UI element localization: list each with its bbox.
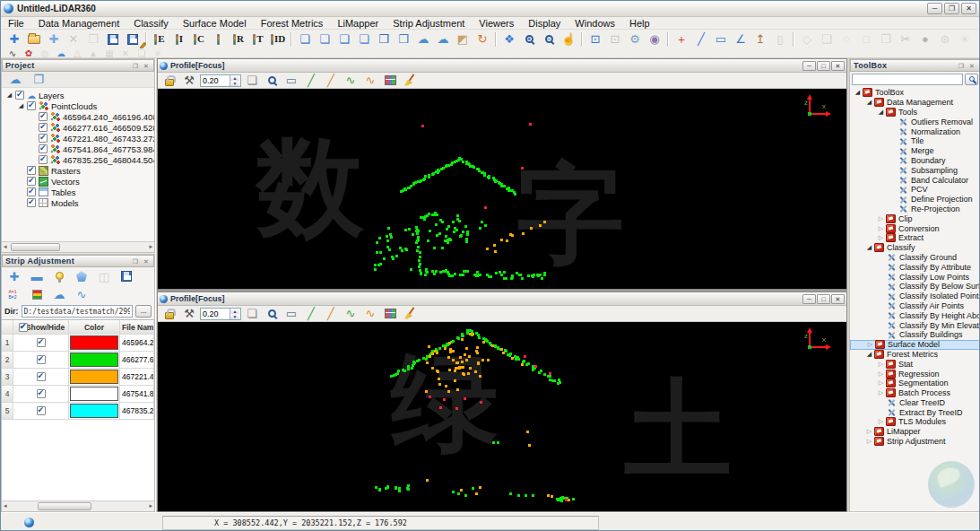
top-view[interactable]: ❒: [375, 30, 393, 48]
strip-hscrollbar[interactable]: [2, 501, 154, 511]
right-view[interactable]: ❏: [355, 30, 373, 48]
expand-arrow-icon[interactable]: [877, 418, 885, 425]
next-profile-button[interactable]: ∿: [362, 74, 378, 88]
pan-button[interactable]: ☝: [559, 30, 577, 48]
toolbox-item-batch-process[interactable]: Batch Process: [850, 388, 980, 398]
display-by-return[interactable]: R: [230, 30, 247, 48]
restore-button[interactable]: [944, 3, 959, 14]
toolbox-item-tools[interactable]: Tools: [850, 108, 980, 118]
show-hide-checkbox[interactable]: [37, 355, 46, 364]
left-view[interactable]: ❏: [335, 30, 353, 48]
point-cloud-canvas[interactable]: [158, 322, 845, 511]
toolbox-item-classify-by-min-elevation[interactable]: Classify By Min Elevation: [850, 320, 980, 330]
project-item-465964-240-466196-408-lidata[interactable]: 465964.240_466196.408.LiData: [2, 111, 154, 122]
toolbox-item-band-calculator[interactable]: Band Calculator: [850, 175, 980, 185]
visibility-checkbox[interactable]: [27, 187, 36, 196]
profile-viewport-top[interactable]: 数 字 z x: [158, 89, 846, 289]
ab-compare-button[interactable]: [5, 286, 23, 303]
toolbox-item-tls-modules[interactable]: TLS Modules: [850, 417, 980, 427]
browse-button[interactable]: ...: [135, 305, 152, 318]
class-table-button[interactable]: [382, 74, 398, 88]
zoom-select-button[interactable]: [264, 74, 280, 88]
profile-window-titlebar[interactable]: Profile[Focus]: [158, 292, 846, 306]
toolbox-item-toolbox[interactable]: ToolBox: [850, 88, 980, 98]
display-by-id[interactable]: ID: [269, 30, 287, 48]
project-item-rasters[interactable]: Rasters: [2, 165, 154, 176]
project-item-vectors[interactable]: Vectors: [2, 176, 154, 187]
lock-icon[interactable]: [161, 307, 178, 321]
settings-gears-button[interactable]: ⚙: [626, 30, 644, 48]
toolbox-item-classify[interactable]: Classify: [850, 243, 980, 253]
toolbox-item-stat[interactable]: Stat: [850, 359, 980, 369]
prev-profile-button[interactable]: ∿: [343, 74, 359, 88]
table-row[interactable]: 2466277.616_466509.528.LiData: [2, 352, 154, 369]
save-button[interactable]: [104, 30, 122, 48]
move-profile-button[interactable]: ╱: [323, 307, 339, 321]
visibility-checkbox[interactable]: [39, 144, 48, 153]
search-button[interactable]: [965, 74, 978, 85]
buffer-size-stepper[interactable]: ▲▼: [200, 74, 241, 87]
toolbox-item-re-projection[interactable]: Re-Projection: [850, 205, 980, 214]
color-swatch[interactable]: [70, 404, 118, 418]
adjust-tool-button[interactable]: ∿: [73, 286, 91, 303]
draw-profile-button[interactable]: ╱: [303, 74, 319, 88]
menu-file[interactable]: File: [1, 17, 31, 30]
show-all-checkbox[interactable]: [19, 323, 28, 332]
float-panel-icon[interactable]: [131, 62, 140, 70]
rect-select-button[interactable]: ▭: [283, 74, 299, 88]
close-panel-icon[interactable]: [142, 62, 151, 70]
toolbox-item-classify-ground[interactable]: Classify Ground: [850, 253, 980, 263]
next-profile-button[interactable]: ∿: [362, 307, 378, 321]
toolbox-item-data-management[interactable]: Data Management: [850, 98, 980, 108]
toolbox-item-conversion[interactable]: Conversion: [850, 223, 980, 233]
toolbox-item-limapper[interactable]: LiMapper: [850, 427, 980, 437]
toolbox-item-boundary[interactable]: Boundary: [850, 156, 980, 166]
menu-display[interactable]: Display: [521, 17, 568, 30]
expand-arrow-icon[interactable]: [877, 379, 885, 387]
report-button[interactable]: [117, 268, 135, 285]
expand-arrow-icon[interactable]: [877, 361, 885, 368]
menu-forest-metrics[interactable]: Forest Metrics: [254, 17, 331, 30]
expand-arrow-icon[interactable]: [865, 428, 873, 435]
project-item-models[interactable]: Models: [2, 197, 154, 208]
toolbox-item-regression[interactable]: Regression: [850, 369, 980, 379]
expand-arrow-icon[interactable]: [877, 234, 885, 241]
clean-broom-button[interactable]: [402, 74, 418, 88]
maximize-button[interactable]: [817, 294, 830, 304]
color-swatch[interactable]: [70, 335, 118, 350]
toolbox-item-merge[interactable]: Merge: [850, 146, 980, 156]
show-hide-checkbox[interactable]: [37, 338, 46, 347]
toolbox-item-outliers-removal[interactable]: Outliers Removal: [850, 117, 980, 126]
toolbox-item-classify-by-attribute[interactable]: Classify By Attribute: [850, 262, 980, 272]
polygon-area-button[interactable]: [73, 268, 91, 285]
measure-angle-button[interactable]: ∠: [732, 30, 750, 48]
project-item-466277-616-466509-528-lidata[interactable]: 466277.616_466509.528.LiData: [2, 122, 154, 133]
expand-arrow-icon[interactable]: [877, 389, 885, 396]
orbit-view[interactable]: ◩: [454, 30, 472, 48]
measure-height-button[interactable]: ↥: [751, 30, 769, 48]
minimize-button[interactable]: [802, 61, 816, 71]
visibility-checkbox[interactable]: [39, 112, 48, 121]
clean-broom-button[interactable]: [402, 307, 418, 321]
toolbox-item-classify-by-below-surface[interactable]: Classify By Below Surface: [850, 282, 980, 292]
snapshot-button[interactable]: ◉: [646, 30, 663, 48]
scroll-thumb[interactable]: [11, 243, 60, 251]
toolbox-item-classify-air-points[interactable]: Classify Air Points: [850, 301, 980, 311]
expand-arrow-icon[interactable]: [866, 341, 874, 348]
save-as-button[interactable]: [124, 30, 142, 48]
buffer-size-input[interactable]: [201, 309, 230, 318]
close-panel-icon[interactable]: [142, 257, 151, 266]
collapse-arrow-icon[interactable]: [17, 102, 25, 109]
toolbox-item-normalization[interactable]: Normalization: [850, 126, 980, 136]
toolbox-item-subsampling[interactable]: Subsampling: [850, 165, 980, 175]
table-row[interactable]: 1465964.240_466196.408.LiData: [2, 335, 154, 352]
minimize-button[interactable]: [927, 3, 942, 14]
toolbox-item-tile[interactable]: Tile: [850, 136, 980, 146]
back-view[interactable]: ❏: [316, 30, 334, 48]
spin-down-icon[interactable]: ▼: [230, 314, 239, 319]
bottom-view[interactable]: ❒: [395, 30, 412, 48]
draw-profile-button[interactable]: ╱: [303, 307, 319, 321]
menu-help[interactable]: Help: [622, 17, 657, 30]
display-by-elevation[interactable]: E: [151, 30, 169, 48]
project-item-467541-864-467753-984-lidata[interactable]: 467541.864_467753.984.LiData: [2, 144, 154, 154]
